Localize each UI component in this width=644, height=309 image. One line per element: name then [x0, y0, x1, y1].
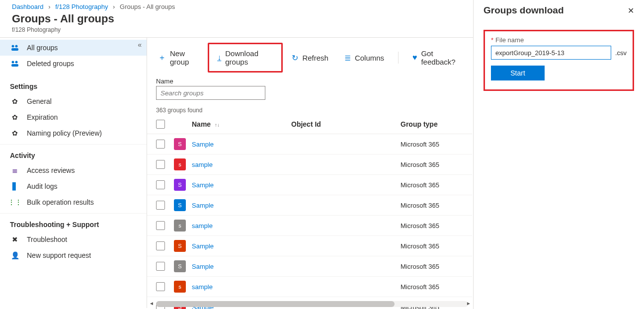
breadcrumb-org[interactable]: f/128 Photography: [55, 3, 108, 10]
scroll-right-icon[interactable]: ►: [466, 301, 471, 306]
group-name-link[interactable]: Sample: [192, 242, 214, 250]
button-label: Columns: [355, 54, 384, 62]
row-checkbox[interactable]: [156, 140, 165, 149]
collapse-sidebar-icon[interactable]: «: [138, 41, 142, 49]
table-row[interactable]: SSampleMicrosoft 365: [147, 175, 472, 195]
groups-icon: [10, 60, 20, 68]
select-all-checkbox[interactable]: [156, 120, 165, 129]
scrollbar-thumb[interactable]: [156, 301, 395, 307]
sidebar-item-troubleshoot[interactable]: ✖ Troubleshoot: [0, 232, 147, 247]
table-row[interactable]: ssampleMicrosoft 365: [147, 154, 472, 175]
group-type-cell: Microsoft 365: [401, 141, 470, 148]
heart-icon: ♥: [412, 53, 417, 62]
row-checkbox[interactable]: [156, 180, 165, 189]
group-avatar: S: [174, 240, 186, 252]
horizontal-scrollbar[interactable]: ◄ ►: [156, 301, 468, 307]
table-row[interactable]: SSampleMicrosoft 365: [147, 256, 472, 277]
refresh-icon: ↻: [292, 53, 298, 63]
sidebar-item-label: Troubleshoot: [27, 235, 67, 243]
download-groups-button[interactable]: ↓ Download groups: [208, 43, 283, 73]
group-name-link[interactable]: Sample: [192, 263, 214, 270]
panel-highlight-box: *File name .csv Start: [483, 30, 634, 91]
sidebar-section-settings: Settings: [0, 76, 147, 93]
table-row[interactable]: SSampleMicrosoft 365: [147, 134, 472, 154]
col-header-group-type[interactable]: Group type: [401, 120, 470, 128]
header-label: Name: [192, 120, 211, 128]
table-row[interactable]: ssampleMicrosoft 365: [147, 216, 472, 236]
svg-rect-2: [11, 48, 18, 51]
table-row[interactable]: ssampleMicrosoft 365: [147, 277, 472, 297]
download-panel: Groups download ✕ *File name .csv Start: [473, 0, 644, 309]
group-type-cell: Microsoft 365: [401, 202, 470, 209]
sidebar-item-label: Deleted groups: [27, 60, 74, 68]
row-checkbox[interactable]: [156, 201, 165, 210]
sidebar-section-activity: Activity: [0, 144, 147, 162]
row-checkbox[interactable]: [156, 262, 165, 271]
button-label: Refresh: [302, 54, 328, 62]
feedback-button[interactable]: ♥ Got feedback?: [405, 46, 468, 69]
group-name-link[interactable]: Sample: [192, 181, 214, 189]
row-checkbox[interactable]: [156, 160, 165, 169]
sidebar-item-bulk-results[interactable]: ⋮⋮ Bulk operation results: [0, 194, 147, 210]
sidebar-item-all-groups[interactable]: All groups: [0, 40, 147, 56]
group-name-link[interactable]: Sample: [192, 141, 214, 148]
group-type-cell: Microsoft 365: [401, 263, 470, 270]
filter-label: Name: [156, 77, 463, 85]
sidebar-item-label: Audit logs: [27, 182, 57, 190]
group-name-link[interactable]: Sample: [192, 202, 214, 209]
result-count: 363 groups found: [147, 103, 472, 117]
file-name-input[interactable]: [491, 46, 611, 60]
table-row[interactable]: SSampleMicrosoft 365: [147, 195, 472, 216]
breadcrumb-dashboard[interactable]: Dashboard: [12, 3, 44, 10]
book-icon: ▋: [10, 182, 20, 190]
sidebar-item-naming-policy[interactable]: ✿ Naming policy (Preview): [0, 125, 147, 141]
start-button[interactable]: Start: [491, 66, 545, 80]
scroll-left-icon[interactable]: ◄: [149, 301, 154, 306]
sidebar-item-label: Expiration: [27, 113, 58, 121]
sidebar-item-label: New support request: [27, 251, 91, 259]
breadcrumb-sep: ›: [48, 3, 50, 10]
group-type-cell: Microsoft 365: [401, 283, 470, 291]
sidebar-item-expiration[interactable]: ✿ Expiration: [0, 109, 147, 125]
row-checkbox[interactable]: [156, 221, 165, 230]
table-body: SSampleMicrosoft 365ssampleMicrosoft 365…: [147, 134, 472, 309]
sidebar-item-label: All groups: [27, 44, 58, 52]
refresh-button[interactable]: ↻ Refresh: [285, 50, 335, 66]
row-checkbox[interactable]: [156, 282, 165, 291]
table-header: Name ↑↓ Object Id Group type: [147, 117, 472, 134]
filter-area: Name: [147, 77, 472, 103]
group-type-cell: Microsoft 365: [401, 181, 470, 189]
svg-rect-5: [11, 64, 18, 67]
col-header-name[interactable]: Name ↑↓: [192, 120, 291, 128]
toolbar-separator: [398, 52, 399, 64]
svg-point-3: [12, 61, 14, 64]
file-extension: .csv: [615, 49, 627, 57]
download-icon: ↓: [217, 53, 221, 62]
search-input[interactable]: [156, 86, 265, 100]
group-avatar: s: [174, 281, 186, 293]
columns-button[interactable]: ≣ Columns: [337, 50, 391, 66]
sidebar-item-general[interactable]: ✿ General: [0, 93, 147, 109]
cluster-icon: ⋮⋮: [10, 198, 20, 206]
sidebar-item-deleted-groups[interactable]: Deleted groups: [0, 56, 147, 72]
table-row[interactable]: SSampleMicrosoft 365: [147, 236, 472, 256]
group-name-link[interactable]: sample: [192, 222, 213, 230]
sidebar-section-troubleshoot: Troubleshooting + Support: [0, 213, 147, 232]
breadcrumb-sep: ›: [113, 3, 115, 10]
sidebar-item-audit-logs[interactable]: ▋ Audit logs: [0, 178, 147, 194]
sidebar-item-access-reviews[interactable]: ≣ Access reviews: [0, 162, 147, 178]
new-group-button[interactable]: ＋ New group: [151, 46, 206, 69]
close-icon[interactable]: ✕: [628, 6, 634, 15]
col-header-object-id[interactable]: Object Id: [291, 120, 401, 128]
gear-icon: ✿: [10, 113, 20, 121]
row-checkbox[interactable]: [156, 241, 165, 250]
sidebar-item-label: Access reviews: [27, 166, 75, 174]
group-avatar: S: [174, 260, 186, 272]
group-name-link[interactable]: sample: [192, 161, 213, 168]
sidebar-item-label: Bulk operation results: [27, 198, 94, 206]
support-icon: 👤: [10, 251, 20, 259]
gear-icon: ✿: [10, 129, 20, 137]
content-area: ＋ New group ↓ Download groups ↻ Refresh …: [147, 38, 472, 308]
group-name-link[interactable]: sample: [192, 283, 213, 291]
sidebar-item-new-support[interactable]: 👤 New support request: [0, 247, 147, 263]
